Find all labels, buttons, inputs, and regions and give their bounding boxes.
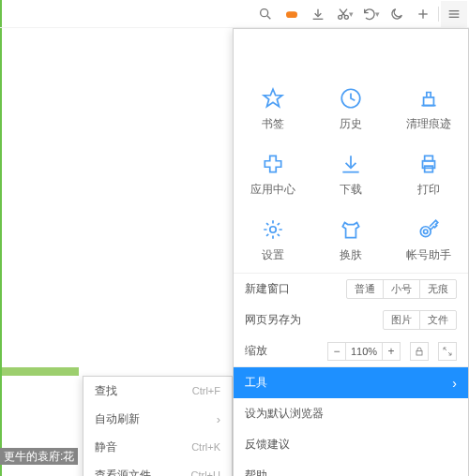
row-help[interactable]: 帮助 <box>234 460 468 476</box>
row-saveas: 网页另存为 图片 文件 <box>234 305 468 335</box>
row-set-default-label: 设为默认浏览器 <box>245 406 457 422</box>
menu-icon[interactable] <box>441 1 467 27</box>
svg-point-24 <box>421 226 431 236</box>
svg-rect-22 <box>425 166 433 172</box>
saveas-file[interactable]: 文件 <box>419 311 456 329</box>
menu-history-label: 历史 <box>340 116 362 132</box>
menu-bookmark-label: 书签 <box>262 116 284 132</box>
row-help-label: 帮助 <box>245 468 457 476</box>
zoom-in-button[interactable]: + <box>383 345 400 358</box>
moon-icon[interactable] <box>384 1 410 27</box>
menu-downloads-label: 下载 <box>340 182 362 198</box>
fullscreen-icon[interactable] <box>438 342 457 361</box>
cut-icon[interactable]: ▾ <box>331 1 357 27</box>
row-tools[interactable]: 工具 <box>234 367 468 398</box>
main-menu-panel: 书签 历史 清理痕迹 应用中心 下载 打印 设置 换肤 帐号助手 新建窗口 普通… <box>233 28 469 476</box>
plus-icon[interactable] <box>410 1 436 27</box>
menu-history[interactable]: 历史 <box>311 76 389 141</box>
svg-line-27 <box>444 348 446 350</box>
svg-line-28 <box>448 352 451 355</box>
sub-find[interactable]: 查找 Ctrl+F <box>83 377 232 405</box>
menu-bookmark[interactable]: 书签 <box>234 76 311 141</box>
menu-apps-label: 应用中心 <box>250 182 295 198</box>
newwin-incognito[interactable]: 无痕 <box>419 280 456 298</box>
search-icon[interactable] <box>252 1 279 27</box>
sub-autorefresh-label: 自动刷新 <box>95 411 217 427</box>
svg-rect-26 <box>416 350 422 355</box>
row-zoom-label: 缩放 <box>245 343 322 359</box>
menu-account[interactable]: 帐号助手 <box>390 207 468 273</box>
link-caption: 更牛的袁府:花 <box>0 448 78 465</box>
row-new-window-label: 新建窗口 <box>245 281 340 297</box>
sub-autorefresh[interactable]: 自动刷新 <box>83 405 232 433</box>
row-new-window: 新建窗口 普通 小号 无痕 <box>234 274 468 305</box>
menu-skin-label: 换肤 <box>340 247 362 263</box>
sub-viewsource-shortcut: Ctrl+U <box>191 469 220 476</box>
menu-settings[interactable]: 设置 <box>234 207 311 273</box>
row-saveas-label: 网页另存为 <box>245 312 377 328</box>
download-icon[interactable] <box>305 1 331 27</box>
menu-settings-label: 设置 <box>262 247 284 263</box>
sub-viewsource[interactable]: 查看源文件 Ctrl+U <box>83 461 232 476</box>
browser-toolbar: ▾ ▾ <box>0 0 469 28</box>
svg-marker-14 <box>264 89 282 106</box>
sub-mute-label: 静音 <box>95 439 191 455</box>
row-feedback[interactable]: 反馈建议 <box>234 429 468 460</box>
newwin-small[interactable]: 小号 <box>383 280 419 298</box>
menu-downloads[interactable]: 下载 <box>311 141 389 207</box>
svg-rect-21 <box>425 156 433 160</box>
menu-clean[interactable]: 清理痕迹 <box>390 76 468 141</box>
menu-grid: 书签 历史 清理痕迹 应用中心 下载 打印 设置 换肤 帐号助手 <box>234 76 468 273</box>
undo-icon[interactable]: ▾ <box>357 1 384 27</box>
menu-account-label: 帐号助手 <box>406 247 451 263</box>
svg-line-1 <box>267 16 270 19</box>
sub-mute-shortcut: Ctrl+K <box>191 441 220 453</box>
sub-find-shortcut: Ctrl+F <box>192 385 220 396</box>
menu-print[interactable]: 打印 <box>390 141 468 207</box>
saveas-image[interactable]: 图片 <box>384 311 419 329</box>
menu-clean-label: 清理痕迹 <box>406 116 451 132</box>
row-zoom: 缩放 − 110% + <box>234 335 468 366</box>
game-icon[interactable] <box>279 1 305 27</box>
svg-point-23 <box>269 226 276 232</box>
svg-rect-16 <box>424 97 434 105</box>
row-feedback-label: 反馈建议 <box>245 437 457 453</box>
tools-submenu: 查找 Ctrl+F 自动刷新 静音 Ctrl+K 查看源文件 Ctrl+U <box>83 376 233 476</box>
menu-apps[interactable]: 应用中心 <box>234 141 311 207</box>
newwin-normal[interactable]: 普通 <box>347 280 383 298</box>
row-set-default[interactable]: 设为默认浏览器 <box>234 398 468 429</box>
page-progress-bar <box>2 367 79 376</box>
menu-skin[interactable]: 换肤 <box>311 207 389 273</box>
zoom-out-button[interactable]: − <box>328 345 345 358</box>
menu-print-label: 打印 <box>417 182 440 198</box>
lock-icon[interactable] <box>410 342 429 361</box>
sub-find-label: 查找 <box>95 383 192 399</box>
svg-rect-2 <box>286 11 297 18</box>
svg-point-25 <box>424 230 428 233</box>
svg-point-0 <box>261 8 268 16</box>
row-tools-label: 工具 <box>245 375 446 391</box>
sub-viewsource-label: 查看源文件 <box>95 468 191 477</box>
sub-mute[interactable]: 静音 Ctrl+K <box>83 433 232 461</box>
zoom-value: 110% <box>345 343 383 360</box>
